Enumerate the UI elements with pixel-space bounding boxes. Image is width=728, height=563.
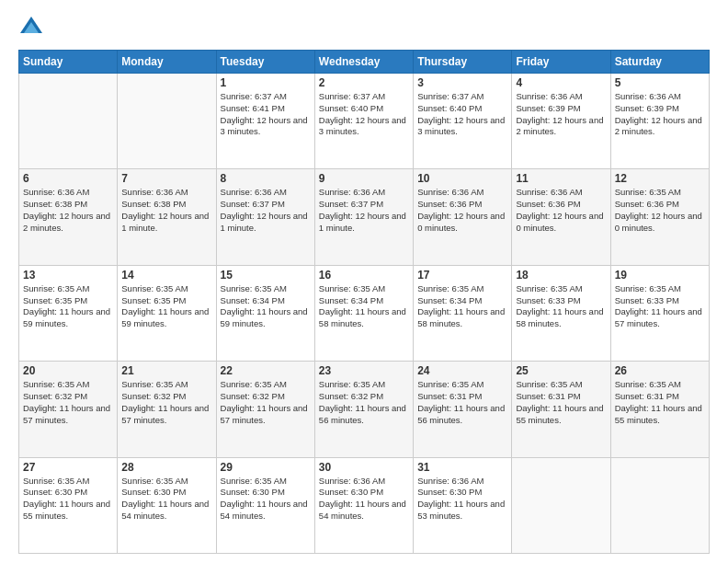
day-info: Sunrise: 6:35 AM Sunset: 6:31 PM Dayligh… (615, 379, 705, 426)
calendar-cell: 23Sunrise: 6:35 AM Sunset: 6:32 PM Dayli… (314, 362, 413, 457)
calendar-cell: 5Sunrise: 6:36 AM Sunset: 6:39 PM Daylig… (610, 74, 709, 169)
calendar-cell: 14Sunrise: 6:35 AM Sunset: 6:35 PM Dayli… (118, 265, 216, 361)
day-number: 14 (121, 269, 211, 282)
calendar-cell (118, 74, 216, 169)
day-info: Sunrise: 6:36 AM Sunset: 6:38 PM Dayligh… (23, 187, 113, 234)
day-number: 16 (319, 269, 409, 282)
calendar-cell: 12Sunrise: 6:35 AM Sunset: 6:36 PM Dayli… (610, 169, 709, 265)
calendar-cell: 1Sunrise: 6:37 AM Sunset: 6:41 PM Daylig… (216, 74, 314, 169)
calendar-cell: 27Sunrise: 6:35 AM Sunset: 6:30 PM Dayli… (19, 457, 118, 553)
day-number: 26 (615, 364, 705, 377)
calendar-cell: 7Sunrise: 6:36 AM Sunset: 6:38 PM Daylig… (118, 169, 216, 265)
calendar-cell: 13Sunrise: 6:35 AM Sunset: 6:35 PM Dayli… (19, 265, 118, 361)
day-info: Sunrise: 6:37 AM Sunset: 6:40 PM Dayligh… (417, 91, 507, 138)
day-number: 4 (516, 76, 606, 89)
calendar-cell: 15Sunrise: 6:35 AM Sunset: 6:34 PM Dayli… (216, 265, 314, 361)
day-info: Sunrise: 6:35 AM Sunset: 6:34 PM Dayligh… (319, 283, 409, 330)
day-info: Sunrise: 6:36 AM Sunset: 6:30 PM Dayligh… (319, 476, 409, 523)
day-info: Sunrise: 6:35 AM Sunset: 6:35 PM Dayligh… (23, 283, 113, 330)
calendar-cell: 11Sunrise: 6:36 AM Sunset: 6:36 PM Dayli… (512, 169, 610, 265)
calendar-day-header: Friday (512, 51, 610, 74)
calendar-week-row: 20Sunrise: 6:35 AM Sunset: 6:32 PM Dayli… (19, 362, 710, 457)
page: SundayMondayTuesdayWednesdayThursdayFrid… (0, 0, 728, 563)
calendar-cell: 9Sunrise: 6:36 AM Sunset: 6:37 PM Daylig… (314, 169, 413, 265)
day-number: 31 (417, 461, 507, 474)
day-number: 5 (615, 76, 705, 89)
calendar-cell (19, 74, 118, 169)
day-info: Sunrise: 6:35 AM Sunset: 6:31 PM Dayligh… (417, 379, 507, 426)
calendar-cell: 6Sunrise: 6:36 AM Sunset: 6:38 PM Daylig… (19, 169, 118, 265)
day-number: 25 (516, 364, 606, 377)
logo (18, 15, 48, 40)
calendar-cell: 30Sunrise: 6:36 AM Sunset: 6:30 PM Dayli… (314, 457, 413, 553)
calendar-cell: 17Sunrise: 6:35 AM Sunset: 6:34 PM Dayli… (414, 265, 512, 361)
day-number: 9 (319, 172, 409, 185)
calendar-day-header: Monday (118, 51, 216, 74)
day-info: Sunrise: 6:36 AM Sunset: 6:38 PM Dayligh… (121, 187, 211, 234)
day-info: Sunrise: 6:36 AM Sunset: 6:37 PM Dayligh… (221, 187, 311, 234)
day-info: Sunrise: 6:35 AM Sunset: 6:34 PM Dayligh… (417, 283, 507, 330)
day-number: 11 (516, 172, 606, 185)
day-number: 12 (615, 172, 705, 185)
day-info: Sunrise: 6:36 AM Sunset: 6:36 PM Dayligh… (417, 187, 507, 234)
calendar-week-row: 27Sunrise: 6:35 AM Sunset: 6:30 PM Dayli… (19, 457, 710, 553)
day-number: 15 (221, 269, 311, 282)
day-info: Sunrise: 6:36 AM Sunset: 6:37 PM Dayligh… (319, 187, 409, 234)
day-number: 28 (121, 461, 211, 474)
day-number: 24 (417, 364, 507, 377)
day-number: 3 (417, 76, 507, 89)
day-info: Sunrise: 6:35 AM Sunset: 6:36 PM Dayligh… (615, 187, 705, 234)
day-info: Sunrise: 6:36 AM Sunset: 6:36 PM Dayligh… (516, 187, 606, 234)
calendar-cell: 22Sunrise: 6:35 AM Sunset: 6:32 PM Dayli… (216, 362, 314, 457)
day-info: Sunrise: 6:37 AM Sunset: 6:40 PM Dayligh… (319, 91, 409, 138)
calendar-week-row: 1Sunrise: 6:37 AM Sunset: 6:41 PM Daylig… (19, 74, 710, 169)
calendar-table: SundayMondayTuesdayWednesdayThursdayFrid… (18, 50, 710, 554)
day-number: 21 (121, 364, 211, 377)
calendar-cell: 31Sunrise: 6:36 AM Sunset: 6:30 PM Dayli… (414, 457, 512, 553)
day-number: 13 (23, 269, 113, 282)
header (18, 15, 710, 40)
calendar-cell: 18Sunrise: 6:35 AM Sunset: 6:33 PM Dayli… (512, 265, 610, 361)
day-info: Sunrise: 6:35 AM Sunset: 6:32 PM Dayligh… (221, 379, 311, 426)
day-info: Sunrise: 6:35 AM Sunset: 6:30 PM Dayligh… (23, 476, 113, 523)
day-info: Sunrise: 6:36 AM Sunset: 6:30 PM Dayligh… (417, 476, 507, 523)
day-number: 29 (221, 461, 311, 474)
calendar-cell: 21Sunrise: 6:35 AM Sunset: 6:32 PM Dayli… (118, 362, 216, 457)
calendar-header-row: SundayMondayTuesdayWednesdayThursdayFrid… (19, 51, 710, 74)
calendar-week-row: 6Sunrise: 6:36 AM Sunset: 6:38 PM Daylig… (19, 169, 710, 265)
day-number: 22 (221, 364, 311, 377)
calendar-cell: 26Sunrise: 6:35 AM Sunset: 6:31 PM Dayli… (610, 362, 709, 457)
calendar-cell (512, 457, 610, 553)
day-info: Sunrise: 6:35 AM Sunset: 6:32 PM Dayligh… (319, 379, 409, 426)
day-number: 27 (23, 461, 113, 474)
calendar-cell: 10Sunrise: 6:36 AM Sunset: 6:36 PM Dayli… (414, 169, 512, 265)
calendar-cell: 2Sunrise: 6:37 AM Sunset: 6:40 PM Daylig… (314, 74, 413, 169)
day-info: Sunrise: 6:35 AM Sunset: 6:34 PM Dayligh… (221, 283, 311, 330)
day-number: 10 (417, 172, 507, 185)
day-info: Sunrise: 6:35 AM Sunset: 6:30 PM Dayligh… (121, 476, 211, 523)
day-number: 19 (615, 269, 705, 282)
calendar-cell: 16Sunrise: 6:35 AM Sunset: 6:34 PM Dayli… (314, 265, 413, 361)
day-number: 30 (319, 461, 409, 474)
calendar-cell: 29Sunrise: 6:35 AM Sunset: 6:30 PM Dayli… (216, 457, 314, 553)
calendar-cell: 19Sunrise: 6:35 AM Sunset: 6:33 PM Dayli… (610, 265, 709, 361)
day-number: 23 (319, 364, 409, 377)
calendar-day-header: Sunday (19, 51, 118, 74)
calendar-cell (610, 457, 709, 553)
day-info: Sunrise: 6:37 AM Sunset: 6:41 PM Dayligh… (221, 91, 311, 138)
day-number: 20 (23, 364, 113, 377)
day-info: Sunrise: 6:35 AM Sunset: 6:32 PM Dayligh… (23, 379, 113, 426)
day-info: Sunrise: 6:35 AM Sunset: 6:35 PM Dayligh… (121, 283, 211, 330)
day-info: Sunrise: 6:35 AM Sunset: 6:32 PM Dayligh… (121, 379, 211, 426)
day-number: 17 (417, 269, 507, 282)
calendar-day-header: Saturday (610, 51, 709, 74)
calendar-cell: 28Sunrise: 6:35 AM Sunset: 6:30 PM Dayli… (118, 457, 216, 553)
day-number: 8 (221, 172, 311, 185)
day-info: Sunrise: 6:35 AM Sunset: 6:33 PM Dayligh… (615, 283, 705, 330)
day-info: Sunrise: 6:35 AM Sunset: 6:30 PM Dayligh… (221, 476, 311, 523)
day-info: Sunrise: 6:35 AM Sunset: 6:31 PM Dayligh… (516, 379, 606, 426)
day-number: 7 (121, 172, 211, 185)
day-info: Sunrise: 6:36 AM Sunset: 6:39 PM Dayligh… (516, 91, 606, 138)
calendar-cell: 20Sunrise: 6:35 AM Sunset: 6:32 PM Dayli… (19, 362, 118, 457)
day-info: Sunrise: 6:35 AM Sunset: 6:33 PM Dayligh… (516, 283, 606, 330)
